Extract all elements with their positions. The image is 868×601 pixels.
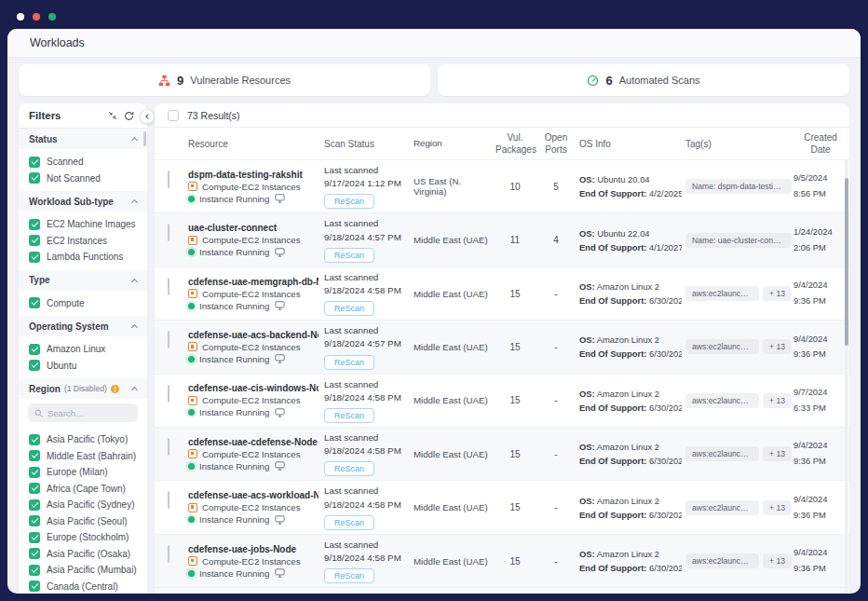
checkbox-checked-icon[interactable] — [29, 235, 40, 246]
filter-item-ec2-machine-images[interactable]: EC2 Machine Images — [19, 216, 147, 233]
filter-section-label: Status — [29, 134, 58, 144]
checkbox-checked-icon[interactable] — [29, 450, 40, 461]
rescan-button[interactable]: ReScan — [324, 248, 374, 263]
filter-item-ec2-instances[interactable]: EC2 Instances — [19, 233, 147, 250]
filter-item-not-scanned[interactable]: Not Scanned — [19, 171, 147, 187]
row-checkbox[interactable] — [168, 331, 170, 348]
filter-item-asia-pacific-osaka[interactable]: Asia Pacific (Osaka) — [19, 546, 147, 563]
filter-section-header-type[interactable]: Type — [19, 270, 147, 291]
checkbox-checked-icon[interactable] — [29, 467, 40, 478]
collapse-sidebar-button[interactable] — [140, 109, 155, 124]
last-scanned-time: 9/18/2024 4:58 PM — [324, 499, 410, 512]
rescan-button[interactable]: ReScan — [324, 461, 374, 476]
filter-section-header-region[interactable]: Region(1 Disabled) — [19, 378, 147, 399]
checkbox-checked-icon[interactable] — [29, 548, 40, 559]
filter-item-middle-east-bahrain[interactable]: Middle East (Bahrain) — [19, 448, 147, 465]
tag-more-pill[interactable]: + 13 — [763, 500, 792, 515]
checkbox-checked-icon[interactable] — [29, 483, 40, 494]
row-checkbox[interactable] — [168, 224, 170, 241]
window-dot-close[interactable] — [17, 13, 24, 20]
row-checkbox[interactable] — [168, 385, 170, 403]
instance-status-label: Instance Running — [199, 354, 269, 364]
tag-more-pill[interactable]: + 13 — [763, 553, 792, 568]
window-dot-minimize[interactable] — [33, 13, 40, 20]
checkbox-checked-icon[interactable] — [29, 157, 40, 168]
filter-item-compute[interactable]: Compute — [19, 295, 147, 312]
checkbox-checked-icon[interactable] — [29, 565, 40, 576]
table-row[interactable]: cdefense-uae-jobs-NodeCompute-EC2 Instan… — [155, 534, 849, 587]
column-header-vul-packages: Vul. Packages — [495, 131, 535, 156]
row-checkbox[interactable] — [168, 278, 170, 295]
checkbox-checked-icon[interactable] — [29, 581, 40, 592]
checkbox-checked-icon[interactable] — [29, 297, 40, 308]
row-checkbox[interactable] — [168, 438, 170, 456]
checkbox-checked-icon[interactable] — [29, 360, 40, 371]
monitor-icon — [275, 515, 285, 525]
checkbox-checked-icon[interactable] — [29, 252, 40, 263]
checkbox-checked-icon[interactable] — [29, 172, 40, 184]
window-dot-maximize[interactable] — [48, 13, 56, 20]
row-checkbox[interactable] — [168, 171, 170, 188]
checkbox-checked-icon[interactable] — [29, 515, 40, 526]
filter-item-europe-stockholm[interactable]: Europe (Stockholm) — [19, 529, 147, 546]
filter-item-ubuntu[interactable]: Ubuntu — [19, 358, 147, 375]
rescan-button[interactable]: ReScan — [324, 355, 374, 370]
created-date: 9/4/2024 — [793, 332, 848, 348]
select-all-checkbox[interactable] — [168, 110, 179, 121]
tag-more-pill[interactable]: + 13 — [763, 446, 792, 461]
stat-card-automated-scans[interactable]: 6Automated Scans — [438, 64, 849, 96]
filter-item-asia-pacific-sydney[interactable]: Asia Pacific (Sydney) — [19, 497, 147, 513]
filter-item-canada-central[interactable]: Canada (Central) — [19, 579, 147, 594]
table-scrollbar[interactable] — [845, 178, 848, 346]
ec2-instance-icon — [188, 342, 197, 351]
filter-item-asia-pacific-tokyo[interactable]: Asia Pacific (Tokyo) — [19, 431, 147, 448]
refresh-icon[interactable] — [124, 111, 134, 121]
filter-item-asia-pacific-seoul[interactable]: Asia Pacific (Seoul) — [19, 513, 147, 530]
filter-item-amazon-linux[interactable]: Amazon Linux — [19, 341, 147, 358]
table-row[interactable]: cdefense-uae-memgraph-db-NodeCompute-EC2… — [155, 266, 849, 320]
filter-section-header-workload-sub-type[interactable]: Workload Sub-type — [19, 191, 147, 212]
table-row[interactable]: cdefense-uae-cis-windows-NodeCompute-EC2… — [155, 374, 849, 427]
table-row[interactable]: cdefense-uae-acs-backend-NodeCompute-EC2… — [155, 320, 849, 373]
instance-status-label: Instance Running — [199, 194, 269, 204]
rescan-button[interactable]: ReScan — [324, 568, 374, 583]
checkbox-checked-icon[interactable] — [29, 532, 40, 543]
table-row[interactable]: dspm-iy1QaA1qWzIZX2y2Compute-EC2 Machine… — [155, 587, 849, 594]
tag-more-pill[interactable]: + 13 — [763, 393, 792, 408]
table-row[interactable]: cdefense-uae-acs-workload-NodeCompute-EC… — [155, 480, 849, 533]
checkbox-checked-icon[interactable] — [29, 499, 40, 511]
checkbox-checked-icon[interactable] — [29, 344, 40, 355]
region-search-input[interactable] — [47, 408, 131, 418]
warning-icon[interactable] — [111, 380, 119, 397]
monitor-icon — [275, 408, 285, 417]
rescan-button[interactable]: ReScan — [324, 194, 374, 209]
rescan-button[interactable]: ReScan — [324, 301, 374, 316]
filter-section-header-operating-system[interactable]: Operating System — [19, 316, 147, 336]
checkbox-checked-icon[interactable] — [29, 434, 40, 445]
sidebar-scrollbar[interactable] — [143, 131, 146, 146]
collapse-all-icon[interactable] — [108, 111, 117, 120]
row-checkbox[interactable] — [168, 545, 170, 563]
table-row[interactable]: dspm-data-testing-rakshitCompute-EC2 Ins… — [155, 160, 849, 212]
rescan-button[interactable]: ReScan — [324, 408, 374, 423]
stat-card-vulnerable-resources[interactable]: 9Vulnerable Resources — [19, 64, 430, 96]
filter-items-operating-system: Amazon LinuxUbuntu — [19, 336, 147, 378]
os-line: OS: Amazon Linux 2 — [579, 547, 682, 561]
filter-item-europe-milan[interactable]: Europe (Milan) — [19, 464, 147, 481]
checkbox-checked-icon[interactable] — [29, 219, 40, 230]
created-time: 9:36 PM — [793, 508, 848, 524]
filter-item-asia-pacific-mumbai[interactable]: Asia Pacific (Mumbai) — [19, 562, 147, 579]
tag-more-pill[interactable]: + 13 — [763, 339, 792, 354]
resource-cell: cdefense-uae-memgraph-db-NodeCompute-EC2… — [188, 277, 324, 311]
filter-item-lambda-functions[interactable]: Lambda Functions — [19, 249, 147, 266]
filter-section-header-status[interactable]: Status — [19, 129, 147, 149]
tag-more-pill[interactable]: + 13 — [763, 286, 792, 301]
rescan-button[interactable]: ReScan — [324, 515, 374, 530]
filter-item-africa-cape-town[interactable]: Africa (Cape Town) — [19, 481, 147, 498]
table-row[interactable]: uae-cluster-connectCompute-EC2 Instances… — [155, 212, 849, 266]
row-checkbox[interactable] — [168, 491, 170, 509]
os-info-cell: OS: Amazon Linux 2End Of Support: 6/30/2… — [579, 494, 682, 522]
resource-name: dspm-data-testing-rakshit — [188, 170, 319, 180]
filter-item-scanned[interactable]: Scanned — [19, 154, 147, 171]
table-row[interactable]: cdefense-uae-cdefense-NodeCompute-EC2 In… — [155, 427, 849, 480]
